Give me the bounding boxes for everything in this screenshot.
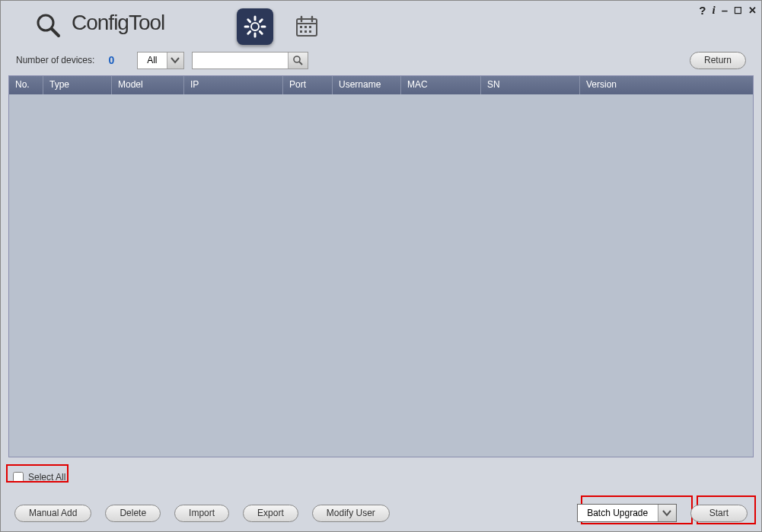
col-mac[interactable]: MAC: [401, 76, 481, 94]
filter-bar: Number of devices: 0 All Return: [1, 45, 761, 75]
chevron-down-icon: [167, 53, 183, 68]
select-all-label: Select All: [28, 472, 65, 483]
info-icon[interactable]: i: [712, 4, 715, 17]
batch-action-dropdown[interactable]: Batch Upgrade: [577, 504, 677, 522]
type-filter-text: All: [138, 55, 166, 65]
device-count-value: 0: [108, 54, 114, 66]
export-button[interactable]: Export: [243, 505, 298, 522]
svg-rect-18: [300, 30, 302, 33]
maximize-button[interactable]: ☐: [734, 5, 742, 16]
search-logo-icon: [35, 12, 61, 38]
settings-tab-icon[interactable]: [237, 8, 273, 45]
window-controls: ? i – ☐ ✕: [699, 4, 757, 17]
toolbar: [237, 8, 325, 45]
search-box: [192, 52, 308, 69]
svg-rect-20: [309, 30, 311, 33]
start-button[interactable]: Start: [690, 505, 748, 522]
col-model[interactable]: Model: [112, 76, 184, 94]
bottom-toolbar: Manual Add Delete Import Export Modify U…: [14, 504, 748, 522]
select-all-checkbox[interactable]: [13, 472, 24, 483]
svg-line-10: [260, 20, 262, 22]
search-button[interactable]: [288, 53, 308, 68]
help-icon[interactable]: ?: [699, 4, 706, 17]
col-port[interactable]: Port: [283, 76, 333, 94]
close-button[interactable]: ✕: [748, 5, 757, 16]
device-count-label: Number of devices:: [16, 55, 94, 65]
minimize-button[interactable]: –: [722, 4, 728, 17]
select-all-row: Select All: [8, 469, 70, 486]
svg-rect-16: [304, 26, 307, 28]
import-button[interactable]: Import: [174, 505, 229, 522]
col-username[interactable]: Username: [333, 76, 401, 94]
modify-user-button[interactable]: Modify User: [312, 505, 390, 522]
return-button[interactable]: Return: [690, 52, 746, 69]
svg-rect-15: [300, 26, 302, 28]
svg-line-22: [299, 62, 302, 65]
col-type[interactable]: Type: [43, 76, 112, 94]
delete-button[interactable]: Delete: [105, 505, 161, 522]
col-ip[interactable]: IP: [184, 76, 283, 94]
svg-point-2: [251, 23, 259, 30]
col-version[interactable]: Version: [580, 76, 753, 94]
search-input[interactable]: [193, 53, 288, 68]
app-title: ConfigTool: [72, 11, 164, 35]
table-header-row: No. Type Model IP Port Username MAC SN V…: [9, 76, 753, 94]
col-sn[interactable]: SN: [481, 76, 580, 94]
titlebar: ConfigTool: [1, 1, 761, 45]
chevron-down-icon: [658, 505, 676, 521]
col-no[interactable]: No.: [9, 76, 43, 94]
svg-line-7: [248, 20, 250, 22]
manual-add-button[interactable]: Manual Add: [14, 505, 91, 522]
calendar-tab-icon[interactable]: [289, 8, 325, 45]
svg-rect-19: [304, 30, 307, 33]
svg-line-9: [248, 31, 250, 33]
svg-point-21: [294, 56, 300, 62]
batch-action-text: Batch Upgrade: [578, 508, 658, 518]
svg-line-1: [52, 29, 59, 36]
svg-line-8: [260, 31, 262, 33]
device-table: No. Type Model IP Port Username MAC SN V…: [8, 75, 754, 457]
svg-rect-17: [309, 26, 311, 28]
type-filter-dropdown[interactable]: All: [137, 52, 183, 69]
